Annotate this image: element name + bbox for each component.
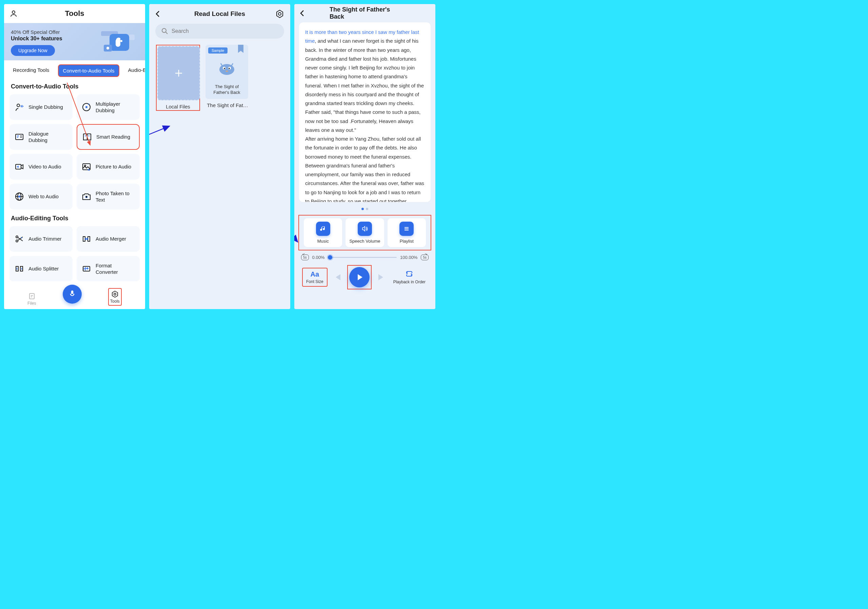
svg-point-28 — [162, 28, 166, 32]
svg-point-27 — [278, 12, 281, 15]
sample-tag: Sample — [208, 48, 228, 54]
search-field[interactable] — [172, 28, 278, 34]
page-title: Tools — [65, 9, 84, 18]
tab-convert-audio[interactable]: Convert-to-Audio Tools — [58, 64, 119, 77]
tool-audio-merger[interactable]: Audio Merger — [77, 226, 140, 252]
progress-end: 100.00% — [400, 255, 417, 260]
progress-thumb[interactable] — [328, 255, 332, 260]
playback-order-button[interactable]: Playback in Order — [391, 268, 428, 286]
tool-label: Web to Audio — [28, 193, 59, 200]
bookmark-icon — [238, 45, 243, 53]
svg-rect-24 — [29, 294, 34, 299]
tool-photo-to-text[interactable]: TPhoto Taken to Text — [77, 184, 140, 209]
back-icon[interactable] — [300, 9, 304, 17]
play-button[interactable] — [349, 267, 370, 287]
svg-point-6 — [107, 47, 109, 49]
svg-rect-10 — [16, 134, 23, 140]
svg-point-7 — [17, 104, 20, 107]
sample-file-item[interactable]: Sample The Sight of Father's Back The Si… — [206, 45, 250, 111]
tool-label: Format Converter — [96, 262, 135, 275]
person-mic-icon — [14, 102, 25, 112]
merge-icon — [81, 234, 91, 244]
mic-fab-button[interactable] — [63, 285, 82, 304]
dot-active[interactable] — [361, 208, 364, 210]
file-grid: Local Files Sample The Sight of Father's… — [149, 45, 290, 111]
convert-tools-grid: Single Dubbing Multiplayer Dubbing Dialo… — [4, 92, 145, 212]
tool-picture-to-audio[interactable]: Picture to Audio — [77, 154, 140, 179]
tool-audio-splitter[interactable]: Audio Splitter — [9, 256, 73, 281]
tool-label: Audio Trimmer — [28, 235, 62, 242]
nav-tools[interactable]: Tools — [108, 288, 122, 306]
svg-point-25 — [114, 293, 116, 295]
font-icon: Aa — [306, 270, 324, 278]
local-files-button[interactable]: Local Files — [156, 45, 200, 111]
header: Read Local Files — [149, 4, 290, 24]
seek-back-button[interactable]: 5s — [301, 255, 309, 260]
tool-single-dubbing[interactable]: Single Dubbing — [9, 94, 73, 120]
dot[interactable] — [366, 208, 368, 210]
seek-forward-button[interactable]: 5s — [421, 255, 429, 260]
playlist-icon — [400, 222, 414, 236]
tool-label: Picture to Audio — [96, 163, 131, 170]
volume-button[interactable]: Speech Volume — [346, 218, 384, 247]
control-label: Speech Volume — [349, 239, 380, 244]
tool-multiplayer-dubbing[interactable]: Multiplayer Dubbing — [77, 94, 140, 120]
nav-files[interactable]: Files — [28, 292, 36, 306]
font-size-button[interactable]: AaFont Size — [302, 268, 327, 287]
tool-dialogue-dubbing[interactable]: Dialogue Dubbing — [9, 124, 73, 150]
tool-label: Video to Audio — [28, 163, 61, 170]
svg-point-0 — [12, 11, 15, 14]
scissors-icon — [14, 234, 25, 244]
plus-icon — [174, 68, 183, 78]
tools-panel: Tools 40% Off Special Offer Unlock 30+ f… — [4, 4, 145, 309]
tool-format-converter[interactable]: Format Converter — [77, 256, 140, 281]
settings-icon[interactable] — [275, 9, 284, 18]
repeat-icon — [405, 270, 413, 277]
font-label: Font Size — [306, 279, 324, 284]
image-icon — [81, 162, 91, 172]
chat-icon — [14, 132, 25, 142]
annotation-arrow-icon — [149, 124, 173, 144]
upgrade-button[interactable]: Upgrade Now — [11, 45, 55, 56]
prev-track-button[interactable] — [332, 272, 343, 282]
tool-video-to-audio[interactable]: Video to Audio — [9, 154, 73, 179]
book-icon — [82, 132, 92, 142]
tool-audio-trimmer[interactable]: Audio Trimmer — [9, 226, 73, 252]
sample-title: The Sight of Father's Back — [206, 84, 248, 96]
disc-icon — [81, 102, 91, 112]
next-track-button[interactable] — [377, 272, 386, 282]
tool-label: Dialogue Dubbing — [28, 130, 68, 144]
svg-point-9 — [85, 106, 87, 108]
tab-recording[interactable]: Recording Tools — [9, 64, 53, 77]
playlist-button[interactable]: Playlist — [388, 218, 426, 247]
tool-smart-reading[interactable]: Smart Reading — [77, 124, 140, 150]
volume-icon — [358, 222, 372, 236]
tool-label: Audio Merger — [96, 235, 126, 242]
svg-line-35 — [294, 193, 298, 242]
tool-label: Photo Taken to Text — [96, 190, 135, 203]
control-label: Playlist — [391, 239, 423, 244]
back-icon[interactable] — [155, 10, 160, 18]
tool-web-to-audio[interactable]: Web to Audio — [9, 184, 73, 209]
convert-icon — [81, 264, 91, 274]
progress-start: 0.00% — [312, 255, 325, 260]
progress-track[interactable] — [328, 257, 397, 258]
section-edit-title: Audio-Editing Tools — [4, 212, 145, 224]
video-icon — [14, 162, 25, 172]
profile-icon[interactable] — [9, 9, 18, 18]
tool-tabs: Recording Tools Convert-to-Audio Tools A… — [4, 60, 145, 80]
svg-line-34 — [149, 126, 169, 142]
bird-icon — [217, 60, 237, 75]
music-button[interactable]: Music — [304, 218, 342, 247]
playback-controls: AaFont Size Playback in Order — [294, 260, 436, 293]
tab-audio-editing[interactable]: Audio-Editing Tools — [124, 64, 145, 77]
add-file-thumb — [157, 46, 200, 100]
reading-text[interactable]: It is more than two years since I saw my… — [299, 22, 431, 202]
reader-panel: The Sight of Father's Back It is more th… — [294, 4, 436, 309]
tool-label: Audio Splitter — [28, 265, 59, 272]
svg-text:T: T — [86, 196, 87, 198]
page-title: Read Local Files — [194, 10, 245, 18]
tools-nav-icon — [111, 290, 119, 298]
camera-text-icon: T — [81, 192, 91, 202]
search-input[interactable] — [155, 24, 284, 39]
